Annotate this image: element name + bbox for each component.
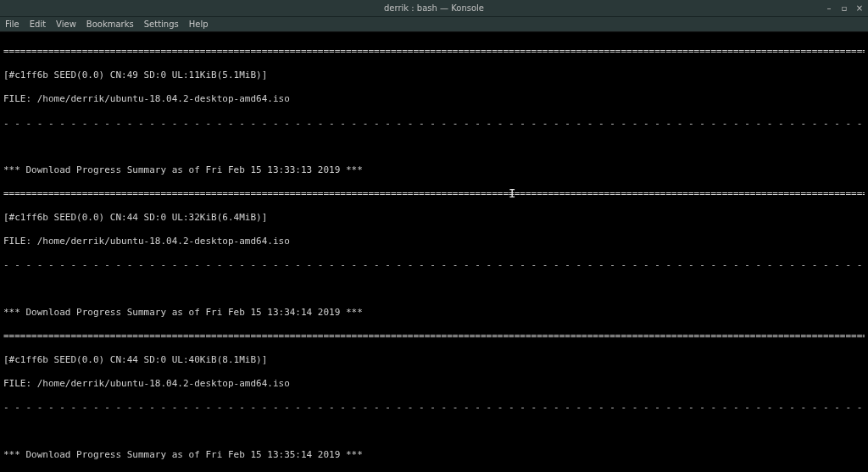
close-icon[interactable]: × [854,3,865,14]
menu-bookmarks[interactable]: Bookmarks [86,19,134,29]
divider: - - - - - - - - - - - - - - - - - - - - … [3,118,865,130]
menubar: File Edit View Bookmarks Settings Help [0,17,868,32]
terminal[interactable]: ========================================… [0,32,868,472]
divider: ========================================… [3,46,865,58]
maximize-icon[interactable]: ▫ [839,3,849,14]
summary-line: *** Download Progress Summary as of Fri … [3,449,865,461]
file-line: FILE: /home/derrik/ubuntu-18.04.2-deskto… [3,378,865,390]
status-line: [#c1ff6b SEED(0.0) CN:44 SD:0 UL:40KiB(8… [3,354,865,366]
status-line: [#c1ff6b SEED(0.0) CN:49 SD:0 UL:11KiB(5… [3,69,865,81]
file-line: FILE: /home/derrik/ubuntu-18.04.2-deskto… [3,236,865,247]
summary-line: *** Download Progress Summary as of Fri … [3,307,865,319]
menu-settings[interactable]: Settings [144,19,179,29]
minimize-icon[interactable]: – [824,3,834,14]
menu-view[interactable]: View [56,19,76,29]
window-title: derrik : bash — Konsole [384,3,484,13]
divider: ========================================… [3,188,865,200]
menu-help[interactable]: Help [189,19,209,29]
divider: - - - - - - - - - - - - - - - - - - - - … [3,402,865,414]
divider: - - - - - - - - - - - - - - - - - - - - … [3,259,865,271]
window-titlebar: derrik : bash — Konsole – ▫ × [0,0,868,17]
divider: ========================================… [3,330,865,342]
menu-file[interactable]: File [5,19,19,29]
status-line: [#c1ff6b SEED(0.0) CN:44 SD:0 UL:32KiB(6… [3,212,865,224]
file-line: FILE: /home/derrik/ubuntu-18.04.2-deskto… [3,93,865,105]
menu-edit[interactable]: Edit [30,19,46,29]
summary-line: *** Download Progress Summary as of Fri … [3,164,865,176]
